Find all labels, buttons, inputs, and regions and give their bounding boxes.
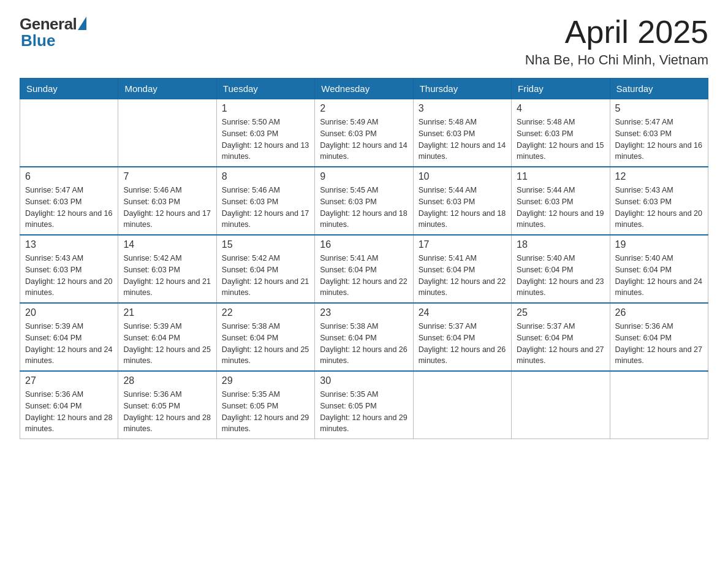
weekday-header-wednesday: Wednesday [315,79,413,99]
calendar-day-20: 20Sunrise: 5:39 AMSunset: 6:04 PMDayligh… [20,303,118,371]
calendar-day-1: 1Sunrise: 5:50 AMSunset: 6:03 PMDaylight… [216,99,314,167]
day-number: 24 [419,307,506,318]
weekday-header-sunday: Sunday [20,79,118,99]
day-info: Sunrise: 5:38 AMSunset: 6:04 PMDaylight:… [320,321,408,367]
calendar-week-row: 6Sunrise: 5:47 AMSunset: 6:03 PMDaylight… [20,167,708,235]
calendar-day-18: 18Sunrise: 5:40 AMSunset: 6:04 PMDayligh… [512,235,610,303]
day-number: 29 [222,375,309,386]
calendar-week-row: 13Sunrise: 5:43 AMSunset: 6:03 PMDayligh… [20,235,708,303]
calendar-day-27: 27Sunrise: 5:36 AMSunset: 6:04 PMDayligh… [20,371,118,439]
day-number: 13 [25,239,113,250]
calendar-day-6: 6Sunrise: 5:47 AMSunset: 6:03 PMDaylight… [20,167,118,235]
empty-cell [413,371,511,439]
calendar-day-28: 28Sunrise: 5:36 AMSunset: 6:05 PMDayligh… [118,371,216,439]
day-info: Sunrise: 5:36 AMSunset: 6:04 PMDaylight:… [615,321,703,367]
day-number: 25 [517,307,604,318]
calendar-day-8: 8Sunrise: 5:46 AMSunset: 6:03 PMDaylight… [216,167,314,235]
calendar-day-7: 7Sunrise: 5:46 AMSunset: 6:03 PMDaylight… [118,167,216,235]
calendar-day-12: 12Sunrise: 5:43 AMSunset: 6:03 PMDayligh… [610,167,708,235]
day-info: Sunrise: 5:42 AMSunset: 6:04 PMDaylight:… [222,253,309,299]
calendar-day-24: 24Sunrise: 5:37 AMSunset: 6:04 PMDayligh… [413,303,511,371]
calendar-day-19: 19Sunrise: 5:40 AMSunset: 6:04 PMDayligh… [610,235,708,303]
logo-triangle-icon [78,17,86,30]
calendar-table: SundayMondayTuesdayWednesdayThursdayFrid… [20,78,708,439]
calendar-day-29: 29Sunrise: 5:35 AMSunset: 6:05 PMDayligh… [216,371,314,439]
calendar-week-row: 27Sunrise: 5:36 AMSunset: 6:04 PMDayligh… [20,371,708,439]
calendar-day-3: 3Sunrise: 5:48 AMSunset: 6:03 PMDaylight… [413,99,511,167]
day-info: Sunrise: 5:41 AMSunset: 6:04 PMDaylight:… [320,253,408,299]
day-info: Sunrise: 5:46 AMSunset: 6:03 PMDaylight:… [222,185,309,231]
day-number: 30 [320,375,408,386]
weekday-header-saturday: Saturday [610,79,708,99]
title-block: April 2025 Nha Be, Ho Chi Minh, Vietnam [525,15,708,68]
day-info: Sunrise: 5:43 AMSunset: 6:03 PMDaylight:… [25,253,113,299]
day-number: 17 [419,239,506,250]
calendar-day-21: 21Sunrise: 5:39 AMSunset: 6:04 PMDayligh… [118,303,216,371]
day-info: Sunrise: 5:40 AMSunset: 6:04 PMDaylight:… [615,253,703,299]
day-number: 9 [320,171,408,182]
weekday-header-monday: Monday [118,79,216,99]
empty-cell [20,99,118,167]
calendar-day-14: 14Sunrise: 5:42 AMSunset: 6:03 PMDayligh… [118,235,216,303]
day-number: 21 [123,307,211,318]
day-info: Sunrise: 5:47 AMSunset: 6:03 PMDaylight:… [25,185,113,231]
day-info: Sunrise: 5:36 AMSunset: 6:05 PMDaylight:… [123,389,211,435]
day-info: Sunrise: 5:46 AMSunset: 6:03 PMDaylight:… [123,185,211,231]
calendar-day-9: 9Sunrise: 5:45 AMSunset: 6:03 PMDaylight… [315,167,413,235]
calendar-week-row: 1Sunrise: 5:50 AMSunset: 6:03 PMDaylight… [20,99,708,167]
day-number: 16 [320,239,408,250]
day-number: 8 [222,171,309,182]
calendar-day-30: 30Sunrise: 5:35 AMSunset: 6:05 PMDayligh… [315,371,413,439]
day-number: 4 [517,103,604,114]
calendar-day-22: 22Sunrise: 5:38 AMSunset: 6:04 PMDayligh… [216,303,314,371]
day-info: Sunrise: 5:43 AMSunset: 6:03 PMDaylight:… [615,185,703,231]
location-title: Nha Be, Ho Chi Minh, Vietnam [525,52,708,68]
calendar-day-17: 17Sunrise: 5:41 AMSunset: 6:04 PMDayligh… [413,235,511,303]
day-info: Sunrise: 5:36 AMSunset: 6:04 PMDaylight:… [25,389,113,435]
day-number: 1 [222,103,309,114]
day-info: Sunrise: 5:35 AMSunset: 6:05 PMDaylight:… [320,389,408,435]
day-info: Sunrise: 5:47 AMSunset: 6:03 PMDaylight:… [615,117,703,163]
month-title: April 2025 [525,15,708,50]
day-info: Sunrise: 5:39 AMSunset: 6:04 PMDaylight:… [25,321,113,367]
weekday-header-friday: Friday [512,79,610,99]
day-number: 5 [615,103,703,114]
calendar-day-13: 13Sunrise: 5:43 AMSunset: 6:03 PMDayligh… [20,235,118,303]
day-info: Sunrise: 5:35 AMSunset: 6:05 PMDaylight:… [222,389,309,435]
day-number: 6 [25,171,113,182]
day-info: Sunrise: 5:48 AMSunset: 6:03 PMDaylight:… [419,117,506,163]
day-number: 3 [419,103,506,114]
weekday-header-thursday: Thursday [413,79,511,99]
page-header: General Blue April 2025 Nha Be, Ho Chi M… [20,15,708,68]
day-number: 10 [419,171,506,182]
day-number: 22 [222,307,309,318]
day-number: 20 [25,307,113,318]
day-info: Sunrise: 5:42 AMSunset: 6:03 PMDaylight:… [123,253,211,299]
day-number: 27 [25,375,113,386]
calendar-day-4: 4Sunrise: 5:48 AMSunset: 6:03 PMDaylight… [512,99,610,167]
calendar-day-23: 23Sunrise: 5:38 AMSunset: 6:04 PMDayligh… [315,303,413,371]
day-number: 15 [222,239,309,250]
weekday-header-tuesday: Tuesday [216,79,314,99]
day-info: Sunrise: 5:44 AMSunset: 6:03 PMDaylight:… [517,185,604,231]
calendar-day-5: 5Sunrise: 5:47 AMSunset: 6:03 PMDaylight… [610,99,708,167]
day-number: 28 [123,375,211,386]
day-number: 18 [517,239,604,250]
calendar-week-row: 20Sunrise: 5:39 AMSunset: 6:04 PMDayligh… [20,303,708,371]
empty-cell [118,99,216,167]
day-number: 26 [615,307,703,318]
day-info: Sunrise: 5:41 AMSunset: 6:04 PMDaylight:… [419,253,506,299]
day-info: Sunrise: 5:48 AMSunset: 6:03 PMDaylight:… [517,117,604,163]
empty-cell [512,371,610,439]
calendar-day-26: 26Sunrise: 5:36 AMSunset: 6:04 PMDayligh… [610,303,708,371]
calendar-day-2: 2Sunrise: 5:49 AMSunset: 6:03 PMDaylight… [315,99,413,167]
calendar-day-15: 15Sunrise: 5:42 AMSunset: 6:04 PMDayligh… [216,235,314,303]
logo: General Blue [20,15,86,50]
day-info: Sunrise: 5:45 AMSunset: 6:03 PMDaylight:… [320,185,408,231]
day-info: Sunrise: 5:40 AMSunset: 6:04 PMDaylight:… [517,253,604,299]
calendar-day-16: 16Sunrise: 5:41 AMSunset: 6:04 PMDayligh… [315,235,413,303]
day-number: 12 [615,171,703,182]
day-number: 23 [320,307,408,318]
day-number: 19 [615,239,703,250]
logo-blue-text: Blue [21,31,55,50]
